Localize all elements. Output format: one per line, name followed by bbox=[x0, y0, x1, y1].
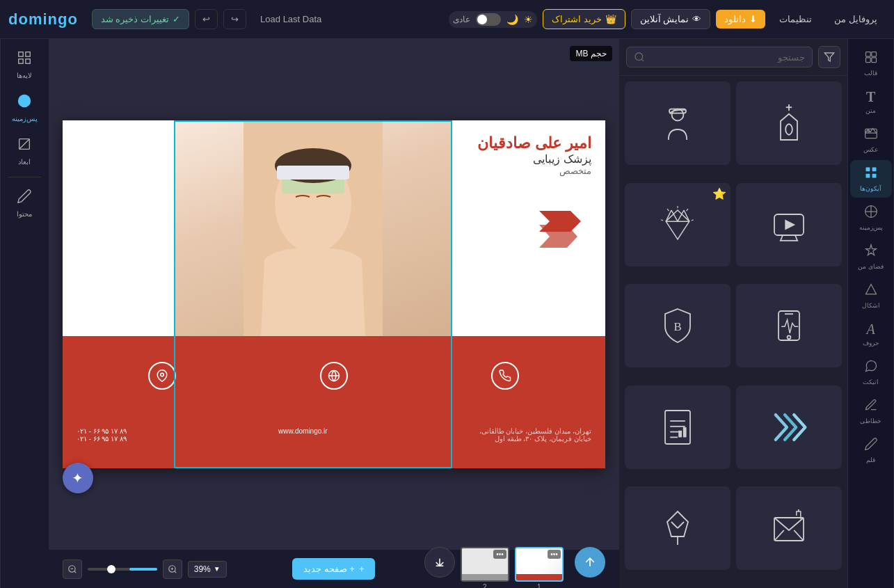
canvas-area: حجم MB ▶ bbox=[49, 39, 619, 588]
moon-icon: 🌙 bbox=[506, 14, 518, 25]
search-input[interactable] bbox=[650, 52, 805, 63]
left-toolbar: لایه‌ها پس‌زمینه ابعاد bbox=[0, 39, 49, 588]
page-2-menu-button[interactable]: ••• bbox=[493, 550, 506, 559]
design-contacts bbox=[77, 362, 591, 390]
zoom-out-button[interactable] bbox=[63, 559, 82, 579]
page-thumb-2[interactable]: ••• bbox=[461, 547, 509, 582]
doctor-name: امیر علی صادقیان bbox=[477, 134, 591, 152]
icon-card-bookmark[interactable] bbox=[736, 486, 842, 570]
mode-toggle-group: عادی 🌙 ☀ bbox=[449, 11, 537, 28]
sidebar-item-photo[interactable]: عکس bbox=[850, 121, 892, 159]
magic-button[interactable]: ✦ bbox=[63, 463, 93, 493]
profile-button[interactable]: پروفایل من bbox=[826, 10, 886, 29]
svg-rect-2 bbox=[865, 58, 870, 63]
save-label: تغییرات ذخیره شد bbox=[101, 14, 169, 24]
sticker-icon bbox=[864, 359, 878, 376]
sidebar-item-shapes[interactable]: اشکال bbox=[850, 277, 892, 315]
add-page-label: + صفحه جدید bbox=[303, 564, 355, 574]
web-circle bbox=[320, 362, 348, 390]
canvas-page[interactable]: امیر علی صادقیان پزشک زیبایی متخصص bbox=[63, 120, 605, 468]
photo-icon bbox=[864, 127, 878, 144]
load-last-button[interactable]: Load Last Data bbox=[252, 10, 330, 29]
search-icon bbox=[634, 51, 645, 63]
address-line1: تهران، میدان فلسطین، خیابان طالقانی، bbox=[479, 427, 591, 435]
template-icon bbox=[864, 50, 878, 67]
download-button[interactable]: ⬇ دانلود bbox=[716, 10, 765, 29]
icon-card-leaf[interactable] bbox=[625, 486, 731, 570]
save-button[interactable]: ✓ تغییرات ذخیره شد bbox=[92, 9, 189, 29]
zoom-slider-fill bbox=[129, 568, 157, 571]
mode-switch[interactable] bbox=[476, 13, 501, 26]
svg-marker-48 bbox=[667, 511, 688, 537]
panel-search-area bbox=[619, 39, 847, 76]
doctor-info: امیر علی صادقیان پزشک زیبایی متخصص bbox=[477, 134, 591, 176]
shapes-label: اشکال bbox=[862, 302, 880, 309]
canvas-container[interactable]: حجم MB ▶ bbox=[49, 39, 619, 549]
page-1-container: ••• 1 bbox=[515, 547, 564, 588]
sidebar-item-pen[interactable]: قلم bbox=[850, 431, 892, 469]
svg-rect-3 bbox=[871, 58, 876, 63]
svg-line-30 bbox=[686, 209, 687, 211]
sidebar-item-template[interactable]: قالب bbox=[850, 45, 892, 82]
zoom-slider[interactable] bbox=[88, 568, 157, 571]
page-1-menu-button[interactable]: ••• bbox=[548, 550, 561, 559]
redo-button[interactable]: ↪ bbox=[223, 9, 246, 29]
svg-line-79 bbox=[19, 139, 30, 150]
letters-icon: A bbox=[866, 321, 875, 337]
phone1-text: ۰۲۱ - ۶۶ ۹۵ ۱۷ ۸۹ bbox=[77, 427, 127, 435]
icon-card-chevrons[interactable] bbox=[736, 386, 842, 469]
page-thumb-1[interactable]: ••• bbox=[515, 547, 564, 582]
sidebar-item-calligraphy[interactable]: خطاطی bbox=[850, 392, 892, 430]
upload-button[interactable] bbox=[575, 547, 605, 578]
sidebar-item-icons[interactable]: آیکون‌ها bbox=[850, 160, 892, 198]
svg-rect-73 bbox=[19, 52, 23, 56]
icon-card-health-monitor[interactable] bbox=[736, 284, 842, 367]
svg-line-21 bbox=[795, 235, 797, 241]
subscription-icon: 👑 bbox=[605, 14, 616, 24]
icon-card-worker[interactable] bbox=[625, 81, 731, 165]
icon-card-document[interactable] bbox=[625, 386, 731, 469]
filter-button[interactable] bbox=[818, 46, 840, 68]
settings-button[interactable]: تنظیمات bbox=[771, 10, 820, 29]
undo-button[interactable]: ↩ bbox=[195, 9, 218, 29]
preview-button[interactable]: 👁 نمایش آنلاین bbox=[631, 9, 711, 29]
design-image[interactable] bbox=[174, 120, 452, 336]
toolbar-item-background[interactable]: پس‌زمینه bbox=[2, 88, 47, 128]
sidebar-item-background[interactable]: پس‌زمینه bbox=[850, 199, 892, 237]
toolbar-item-dimensions[interactable]: ابعاد bbox=[2, 131, 47, 171]
design-image-svg bbox=[244, 120, 383, 336]
svg-line-46 bbox=[774, 530, 784, 541]
zoom-in-button[interactable] bbox=[163, 559, 182, 579]
sidebar-item-text[interactable]: T متن bbox=[850, 84, 892, 120]
undo-icon: ↩ bbox=[202, 14, 210, 24]
zoom-chevron: ▼ bbox=[214, 565, 221, 573]
subscription-button[interactable]: 👑 خرید اشتراک bbox=[543, 9, 625, 29]
zoom-value-container[interactable]: ▼ 39% bbox=[188, 561, 227, 578]
svg-line-31 bbox=[692, 219, 694, 220]
icon-card-church[interactable] bbox=[736, 81, 842, 165]
download-container bbox=[424, 547, 455, 588]
layers-icon bbox=[17, 50, 32, 69]
background-tool-label: پس‌زمینه bbox=[12, 115, 38, 122]
size-label: حجم MB bbox=[575, 49, 606, 58]
download-circle-button[interactable] bbox=[424, 547, 455, 578]
sidebar-item-letters[interactable]: A حروف bbox=[850, 316, 892, 352]
design-info: تهران، میدان فلسطین، خیابان طالقانی، خیا… bbox=[77, 427, 591, 443]
svg-line-33 bbox=[667, 209, 669, 211]
pen-icon bbox=[864, 437, 878, 454]
svg-text:B: B bbox=[673, 320, 681, 333]
sidebar-item-myspace[interactable]: فضای من bbox=[850, 238, 892, 276]
icon-card-tv[interactable] bbox=[736, 183, 842, 267]
background-icon bbox=[864, 205, 878, 222]
website-text: www.domingo.ir bbox=[278, 427, 328, 435]
page-thumb-bottom-1 bbox=[516, 574, 562, 580]
toolbar-item-content[interactable]: محتوا bbox=[2, 183, 47, 223]
sidebar-item-sticker[interactable]: اتیکت bbox=[850, 353, 892, 391]
toolbar-item-layers[interactable]: لایه‌ها bbox=[2, 45, 47, 85]
location-circle bbox=[148, 362, 176, 390]
add-page-button[interactable]: + + صفحه جدید bbox=[292, 558, 375, 580]
icon-card-bitcoin-shield[interactable]: B bbox=[625, 284, 731, 367]
load-last-label: Load Last Data bbox=[260, 14, 321, 24]
icon-card-diamond[interactable]: ⭐ bbox=[625, 183, 731, 267]
svg-line-47 bbox=[794, 530, 804, 541]
